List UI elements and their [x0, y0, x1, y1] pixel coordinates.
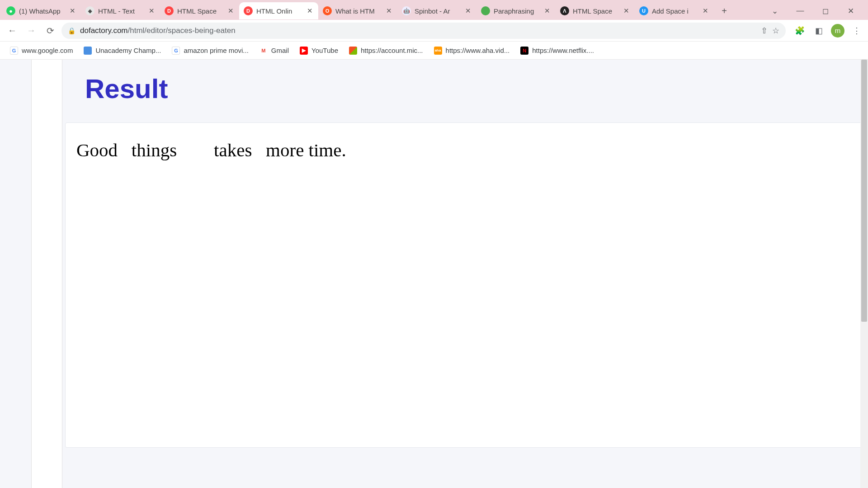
bookmark-label: https://account.mic...: [361, 47, 423, 54]
tab-title: HTML - Text: [98, 7, 146, 15]
close-icon[interactable]: ✕: [385, 7, 393, 15]
paraphrasing-icon: [481, 6, 490, 15]
bookmark-star-icon[interactable]: ☆: [772, 26, 779, 36]
gmail-icon: M: [259, 47, 268, 55]
close-icon[interactable]: ✕: [68, 7, 76, 15]
maximize-button[interactable]: ◻: [817, 4, 834, 18]
bookmark-label: Unacademy Champ...: [95, 47, 161, 54]
minimize-button[interactable]: —: [792, 4, 808, 18]
tab-title: What is HTM: [335, 7, 383, 15]
bookmark-google[interactable]: G www.google.com: [5, 45, 77, 56]
close-icon[interactable]: ✕: [464, 7, 472, 15]
bookmark-microsoft[interactable]: https://account.mic...: [344, 45, 428, 56]
tab-html-text[interactable]: ◈ HTML - Text ✕: [81, 2, 160, 19]
close-icon[interactable]: ✕: [543, 7, 551, 15]
google-icon: G: [172, 47, 180, 55]
tab-title: HTML Space: [573, 7, 620, 15]
left-gutter: [0, 60, 32, 488]
site-icon: U: [639, 6, 648, 15]
bookmark-amazon-prime[interactable]: G amazon prime movi...: [167, 45, 253, 56]
result-output-box: Good things takes more time.: [65, 122, 865, 448]
dofactory-icon: D: [165, 6, 174, 15]
netflix-icon: N: [520, 47, 528, 55]
bookmark-label: https://www.netflix....: [532, 47, 594, 54]
window-controls: ⌄ — ◻ ✕: [767, 4, 866, 18]
vertical-scrollbar[interactable]: [860, 60, 868, 488]
tab-title: Paraphrasing: [494, 7, 541, 15]
whatsapp-icon: ●: [6, 6, 15, 15]
forward-button[interactable]: →: [24, 23, 39, 38]
share-icon[interactable]: ⇧: [761, 26, 768, 36]
bookmark-aha[interactable]: aha https://www.aha.vid...: [429, 45, 514, 56]
main-panel: Result Good things takes more time.: [62, 60, 868, 488]
bookmark-label: Gmail: [271, 47, 289, 54]
tab-spinbot[interactable]: 🤖 Spinbot - Ar ✕: [397, 2, 476, 19]
tab-html-space[interactable]: D HTML Space ✕: [160, 2, 239, 19]
result-text: Good things takes more time.: [76, 139, 854, 161]
site-icon: Λ: [560, 6, 569, 15]
site-icon: ◈: [85, 6, 94, 15]
bookmark-label: YouTube: [311, 47, 338, 54]
url-text: dofactory.com/html/editor/spaces-being-e…: [80, 26, 756, 35]
extensions-icon[interactable]: 🧩: [793, 24, 807, 38]
close-icon[interactable]: ✕: [622, 7, 630, 15]
bookmark-gmail[interactable]: M Gmail: [255, 45, 293, 56]
bookmark-label: www.google.com: [22, 47, 73, 54]
tab-html-online[interactable]: D HTML Onlin ✕: [239, 2, 318, 19]
tab-title: HTML Space: [177, 7, 225, 15]
back-button[interactable]: ←: [5, 23, 20, 38]
new-tab-button[interactable]: +: [717, 3, 732, 19]
tab-what-is-html[interactable]: O What is HTM ✕: [318, 2, 397, 19]
reload-button[interactable]: ⟳: [42, 23, 58, 38]
tab-title: (1) WhatsApp: [19, 7, 66, 15]
tab-title: Add Space i: [652, 7, 699, 15]
youtube-icon: ▶: [300, 47, 308, 55]
tab-whatsapp[interactable]: ● (1) WhatsApp ✕: [2, 2, 81, 19]
bookmark-youtube[interactable]: ▶ YouTube: [295, 45, 343, 56]
menu-icon[interactable]: ⋮: [850, 24, 863, 38]
google-icon: G: [10, 47, 18, 55]
dofactory-icon: D: [244, 6, 253, 15]
profile-avatar[interactable]: m: [831, 24, 844, 38]
tab-title: HTML Onlin: [256, 7, 304, 15]
left-panel-strip: [32, 60, 62, 488]
side-panel-icon[interactable]: ◧: [812, 24, 826, 38]
bookmark-label: amazon prime movi...: [184, 47, 248, 54]
tab-add-space[interactable]: U Add Space i ✕: [635, 2, 714, 19]
bookmarks-bar: G www.google.com Unacademy Champ... G am…: [0, 42, 868, 60]
tab-paraphrasing[interactable]: Paraphrasing ✕: [476, 2, 556, 19]
bookmark-label: https://www.aha.vid...: [446, 47, 510, 54]
bookmark-netflix[interactable]: N https://www.netflix....: [516, 45, 599, 56]
tab-html-space-2[interactable]: Λ HTML Space ✕: [556, 2, 635, 19]
toolbar-icons: 🧩 ◧ m ⋮: [789, 24, 863, 38]
scroll-thumb[interactable]: [861, 60, 867, 322]
spinbot-icon: 🤖: [402, 6, 411, 15]
opera-icon: O: [323, 6, 332, 15]
result-header: Result: [62, 60, 868, 122]
close-icon[interactable]: ✕: [701, 7, 709, 15]
close-window-button[interactable]: ✕: [843, 4, 859, 18]
close-icon[interactable]: ✕: [226, 7, 235, 15]
page-content: Result Good things takes more time.: [0, 60, 868, 488]
close-icon[interactable]: ✕: [147, 7, 156, 15]
lock-icon: 🔒: [68, 27, 75, 34]
address-bar[interactable]: 🔒 dofactory.com/html/editor/spaces-being…: [61, 23, 786, 39]
bookmark-unacademy[interactable]: Unacademy Champ...: [79, 45, 165, 56]
close-icon[interactable]: ✕: [306, 7, 314, 15]
unacademy-icon: [84, 47, 92, 55]
browser-toolbar: ← → ⟳ 🔒 dofactory.com/html/editor/spaces…: [0, 20, 868, 42]
chevron-down-icon[interactable]: ⌄: [767, 4, 783, 18]
browser-tab-bar: ● (1) WhatsApp ✕ ◈ HTML - Text ✕ D HTML …: [0, 0, 868, 20]
microsoft-icon: [349, 47, 357, 55]
tab-title: Spinbot - Ar: [415, 7, 462, 15]
result-title: Result: [85, 73, 845, 104]
aha-icon: aha: [434, 47, 442, 55]
